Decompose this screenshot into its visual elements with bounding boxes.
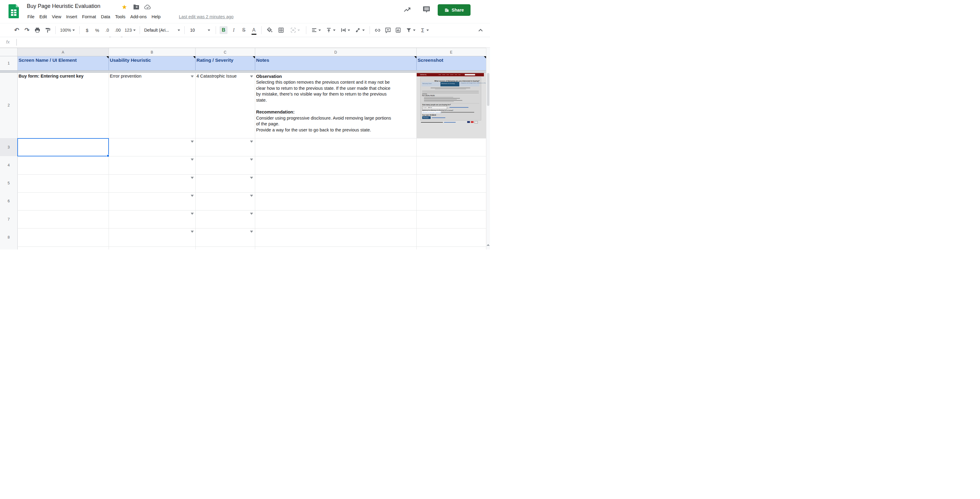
dropdown-icon[interactable] [250,195,253,197]
dropdown-icon[interactable] [191,213,194,215]
menu-edit[interactable]: Edit [37,14,49,20]
cell-A5[interactable] [18,174,108,192]
cell-D3[interactable] [255,138,417,156]
document-title[interactable]: Buy Page Heuristic Evaluation [27,3,100,10]
dropdown-icon[interactable] [250,213,253,215]
row-header-5[interactable]: 5 [0,174,18,192]
cell-D5[interactable] [255,174,417,192]
cell-C6[interactable] [195,192,255,210]
vertical-scrollbar-thumb[interactable] [487,73,489,106]
format-currency-button[interactable]: $ [82,25,92,35]
cell-A7[interactable] [18,210,108,228]
dropdown-icon[interactable] [191,231,194,233]
fill-color-button[interactable] [264,25,275,35]
zoom-select[interactable]: 100% [58,25,77,35]
hide-menus-button[interactable] [476,25,486,35]
cell-D2-notes[interactable]: Observation Selecting this option remove… [255,73,417,139]
menu-file[interactable]: File [25,14,37,20]
dropdown-icon[interactable] [250,177,253,179]
text-wrap-button[interactable] [338,25,353,35]
cell-B3[interactable] [108,138,195,156]
cell-A4[interactable] [18,156,108,174]
merge-cells-button[interactable] [286,25,304,35]
menu-view[interactable]: View [49,14,64,20]
cell-D6[interactable] [255,192,417,210]
row-header-6[interactable]: 6 [0,192,18,210]
cell-C1[interactable]: Rating / Severity [195,56,255,70]
column-header-B[interactable]: B [108,48,195,56]
functions-button[interactable]: Σ [418,25,432,35]
cell-A3[interactable] [18,138,108,156]
cell-C4[interactable] [195,156,255,174]
star-icon[interactable]: ★ [122,4,128,11]
formula-bar[interactable]: fx [0,37,490,48]
dropdown-icon[interactable] [250,231,253,233]
font-family-select[interactable]: Default (Ari... [142,25,182,35]
format-percent-button[interactable]: % [92,25,102,35]
cell-A1[interactable]: Screen Name / UI Element [18,56,108,70]
cell-E6[interactable] [417,192,486,210]
dropdown-icon[interactable] [250,140,253,143]
cell-E3[interactable] [417,138,486,156]
column-header-C[interactable]: C [195,48,255,56]
insert-link-button[interactable] [372,25,383,35]
scrollbar-end-button[interactable] [487,244,490,246]
dropdown-icon[interactable] [191,177,194,179]
dropdown-icon[interactable] [191,158,194,161]
cell-B1[interactable]: Usability Heuristic [108,56,195,70]
cell-C3[interactable] [195,138,255,156]
menu-insert[interactable]: Insert [64,14,80,20]
strikethrough-button[interactable]: S [239,25,249,35]
paint-format-button[interactable] [43,25,53,35]
insert-chart-button[interactable] [393,25,403,35]
cell-B6[interactable] [108,192,195,210]
dropdown-icon[interactable] [191,140,194,143]
cell-B5[interactable] [108,174,195,192]
sheets-logo[interactable] [8,4,19,18]
comment-history-icon[interactable] [423,6,430,13]
increase-decimal-button[interactable]: .00→ [112,25,123,35]
horizontal-align-button[interactable] [309,25,323,35]
cell-E5[interactable] [417,174,486,192]
menu-tools[interactable]: Tools [113,14,128,20]
cell-C7[interactable] [195,210,255,228]
vertical-align-button[interactable] [323,25,338,35]
font-size-select[interactable]: 10 [187,25,213,35]
fill-handle[interactable] [107,155,109,157]
corner-select-all[interactable] [0,48,18,56]
borders-button[interactable] [275,25,286,35]
bold-button[interactable]: B [218,25,229,35]
row-header-8[interactable]: 8 [0,228,18,246]
decrease-decimal-button[interactable]: .0← [102,25,112,35]
create-filter-button[interactable] [403,25,418,35]
column-header-D[interactable]: D [255,48,417,56]
italic-button[interactable]: I [229,25,239,35]
cell-D4[interactable] [255,156,417,174]
undo-button[interactable]: ↶ [11,25,22,35]
share-button[interactable]: Share [438,4,471,16]
cell-E1[interactable]: Screenshot [417,56,486,70]
column-header-E[interactable]: E [417,48,486,56]
dropdown-icon[interactable] [191,75,194,78]
cell-D1[interactable]: Notes [255,56,417,70]
cell-A2[interactable]: Buy form: Entering current key [18,73,108,139]
frozen-row-divider[interactable] [0,70,486,73]
number-format-menu[interactable]: 123 [123,25,137,35]
row-header-9[interactable] [0,247,18,250]
cell-E7[interactable] [417,210,486,228]
cell-C5[interactable] [195,174,255,192]
explore-insights-icon[interactable] [403,6,410,13]
menu-format[interactable]: Format [80,14,99,20]
cloud-saved-icon[interactable] [144,4,151,11]
text-rotation-button[interactable] [353,25,367,35]
cell-D7[interactable] [255,210,417,228]
cell-E4[interactable] [417,156,486,174]
menu-addons[interactable]: Add-ons [128,14,149,20]
dropdown-icon[interactable] [191,195,194,197]
menu-data[interactable]: Data [99,14,113,20]
row-header-7[interactable]: 7 [0,210,18,228]
screenshot-thumbnail[interactable]: balsamiq What version of Balsamiq are yo… [417,73,486,138]
last-edit-link[interactable]: Last edit was 2 minutes ago [177,14,236,20]
row-header-1[interactable]: 1 [0,56,18,70]
cell-B2[interactable]: Error prevention [108,73,195,139]
